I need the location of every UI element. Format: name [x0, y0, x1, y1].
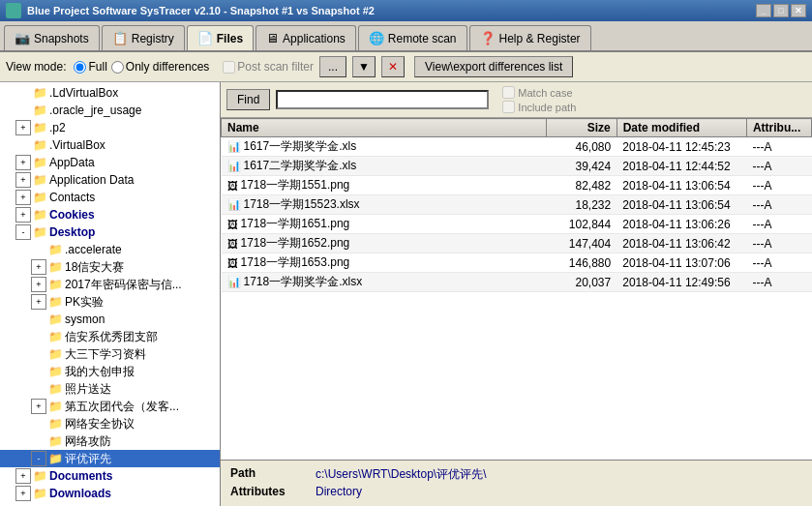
filter-icon-btn[interactable]: ▼ — [352, 56, 376, 77]
only-differences-radio[interactable] — [111, 61, 124, 74]
close-button[interactable]: ✕ — [791, 4, 806, 17]
view-export-button[interactable]: View\export differences list — [414, 56, 573, 77]
tree-item-downloads[interactable]: + 📁 Downloads — [0, 485, 220, 502]
only-differences-radio-label[interactable]: Only differences — [111, 60, 210, 74]
match-case-checkbox[interactable] — [502, 86, 515, 99]
expander-p2[interactable]: + — [15, 120, 31, 135]
tree-item-dasan[interactable]: 📁 大三下学习资料 — [0, 345, 220, 363]
view-mode-label: View mode: — [6, 60, 66, 74]
tree-item-accelerate[interactable]: 📁 .accelerate — [0, 241, 220, 258]
tree-scroll[interactable]: 📁 .LdVirtualBox 📁 .oracle_jre_usage + — [0, 82, 220, 506]
expander-appdata2[interactable]: + — [15, 172, 31, 188]
tree-item-oracle[interactable]: 📁 .oracle_jre_usage — [0, 102, 220, 119]
table-row[interactable]: 📊 1617二学期奖学金.xls 39,424 2018-04-11 12:44… — [222, 157, 812, 176]
table-row[interactable]: 📊 1617一学期奖学金.xls 46,080 2018-04-11 12:45… — [222, 137, 812, 157]
expander-diwu[interactable]: + — [31, 399, 46, 414]
include-path-checkbox[interactable] — [502, 101, 515, 113]
tree-label-documents: Documents — [49, 469, 112, 483]
expander-2017[interactable]: + — [31, 277, 46, 292]
tree-item-virtualbox[interactable]: 📁 .VirtualBox — [0, 136, 220, 154]
dots-button[interactable]: ... — [319, 56, 346, 77]
tree-item-ldvirtualbox[interactable]: 📁 .LdVirtualBox — [0, 84, 220, 102]
tab-applications[interactable]: 🖥 Applications — [256, 25, 356, 50]
post-scan-filter-checkbox[interactable] — [223, 61, 235, 74]
tree-item-fancy[interactable]: 📁 fancy — [0, 502, 220, 506]
table-row[interactable]: 🖼 1718一学期1551.png 82,482 2018-04-11 13:0… — [222, 176, 812, 195]
table-row[interactable]: 📊 1718一学期15523.xlsx 18,232 2018-04-11 13… — [222, 195, 812, 215]
tab-files[interactable]: 📄 Files — [187, 25, 254, 50]
expander-18xin[interactable]: + — [31, 259, 46, 275]
folder-icon-p2: 📁 — [33, 121, 47, 134]
expander-documents[interactable]: + — [15, 468, 31, 484]
tree-item-pk[interactable]: + 📁 PK实验 — [0, 293, 220, 311]
expander-contacts[interactable]: + — [15, 190, 31, 205]
tree-item-woda[interactable]: 📁 我的大创申报 — [0, 363, 220, 380]
file-name: 1718一学期15523.xlsx — [244, 196, 360, 213]
tree-item-pingyou[interactable]: - 📁 评优评先 — [0, 450, 220, 467]
bottom-panel: Path c:\Users\WRT\Desktop\评优评先\ Attribut… — [221, 460, 812, 506]
tab-files-label: Files — [217, 32, 243, 45]
folder-icon-pk: 📁 — [48, 295, 63, 309]
expander-pingyou[interactable]: - — [31, 451, 46, 466]
tree-item-zhaopin[interactable]: 📁 照片送达 — [0, 380, 220, 398]
full-radio-label[interactable]: Full — [74, 60, 106, 74]
col-header-attrib[interactable]: Attribu... — [746, 119, 811, 137]
file-table-container[interactable]: Name Size Date modified Attribu... 📊 161… — [221, 118, 812, 460]
folder-icon-wangluo-anquan: 📁 — [48, 417, 63, 431]
match-case-label[interactable]: Match case — [502, 86, 576, 99]
tree-label-pingyou: 评优评先 — [65, 451, 111, 467]
tree-item-appdata2[interactable]: + 📁 Application Data — [0, 171, 220, 189]
file-date: 2018-04-11 12:49:56 — [617, 273, 746, 292]
tree-item-desktop[interactable]: - 📁 Desktop — [0, 223, 220, 241]
tab-snapshots[interactable]: 📷 Snapshots — [4, 25, 100, 50]
post-scan-filter-label[interactable]: Post scan filter — [223, 60, 314, 74]
table-row[interactable]: 📊 1718一学期奖学金.xlsx 20,037 2018-04-11 12:4… — [222, 273, 812, 292]
file-type-icon: 🖼 — [227, 257, 238, 269]
table-row[interactable]: 🖼 1718一学期1651.png 102,844 2018-04-11 13:… — [222, 215, 812, 234]
tree-label-diwu: 第五次团代会（发客... — [65, 399, 179, 415]
clear-icon-btn[interactable]: ✕ — [381, 56, 405, 77]
tree-item-2017[interactable]: + 📁 2017年密码保密与信... — [0, 276, 220, 293]
help-icon: ❓ — [480, 31, 496, 45]
col-header-name[interactable]: Name — [222, 119, 547, 137]
tree-item-sysmon[interactable]: 📁 sysmon — [0, 311, 220, 328]
tree-item-documents[interactable]: + 📁 Documents — [0, 467, 220, 485]
tree-item-p2[interactable]: + 📁 .p2 — [0, 119, 220, 136]
expander-cookies[interactable]: + — [15, 207, 31, 223]
tree-item-xin-an[interactable]: 📁 信安系优秀团支部 — [0, 328, 220, 345]
expander-pk[interactable]: + — [31, 294, 46, 310]
expander-appdata[interactable]: + — [15, 155, 31, 170]
file-type-icon: 📊 — [227, 140, 241, 153]
search-input[interactable] — [276, 90, 489, 109]
tree-label-cookies: Cookies — [49, 208, 95, 222]
app-icon — [6, 3, 21, 18]
remote-scan-icon: 🌐 — [369, 31, 384, 45]
file-date: 2018-04-11 13:06:54 — [617, 195, 746, 215]
include-path-label[interactable]: Include path — [502, 101, 576, 113]
tree-item-wangluo-fang[interactable]: 📁 网络攻防 — [0, 432, 220, 450]
tab-help[interactable]: ❓ Help & Register — [469, 25, 591, 50]
table-row[interactable]: 🖼 1718一学期1652.png 147,404 2018-04-11 13:… — [222, 234, 812, 253]
col-header-date[interactable]: Date modified — [617, 119, 746, 137]
tree-label-downloads: Downloads — [49, 487, 111, 500]
expander-desktop[interactable]: - — [15, 224, 31, 240]
minimize-button[interactable]: _ — [756, 4, 771, 17]
tree-item-diwu[interactable]: + 📁 第五次团代会（发客... — [0, 398, 220, 415]
window-controls[interactable]: _ □ ✕ — [756, 4, 806, 17]
tree-item-cookies[interactable]: + 📁 Cookies — [0, 206, 220, 223]
expander-downloads[interactable]: + — [15, 486, 31, 501]
tree-item-contacts[interactable]: + 📁 Contacts — [0, 189, 220, 206]
tab-remote-scan[interactable]: 🌐 Remote scan — [358, 25, 467, 50]
tree-item-appdata[interactable]: + 📁 AppData — [0, 154, 220, 171]
find-button[interactable]: Find — [226, 89, 270, 110]
file-name: 1617二学期奖学金.xls — [244, 158, 357, 174]
tree-item-wangluo-anquan[interactable]: 📁 网络安全协议 — [0, 415, 220, 432]
table-row[interactable]: 🖼 1718一学期1653.png 146,880 2018-04-11 13:… — [222, 253, 812, 273]
file-name: 1718一学期奖学金.xlsx — [244, 274, 363, 290]
maximize-button[interactable]: □ — [773, 4, 789, 17]
col-header-size[interactable]: Size — [546, 119, 617, 137]
tab-registry[interactable]: 📋 Registry — [102, 25, 185, 50]
tree-item-18xin[interactable]: + 📁 18信安大赛 — [0, 258, 220, 276]
full-radio[interactable] — [74, 61, 86, 74]
tree-label-wangluo-fang: 网络攻防 — [65, 433, 111, 450]
